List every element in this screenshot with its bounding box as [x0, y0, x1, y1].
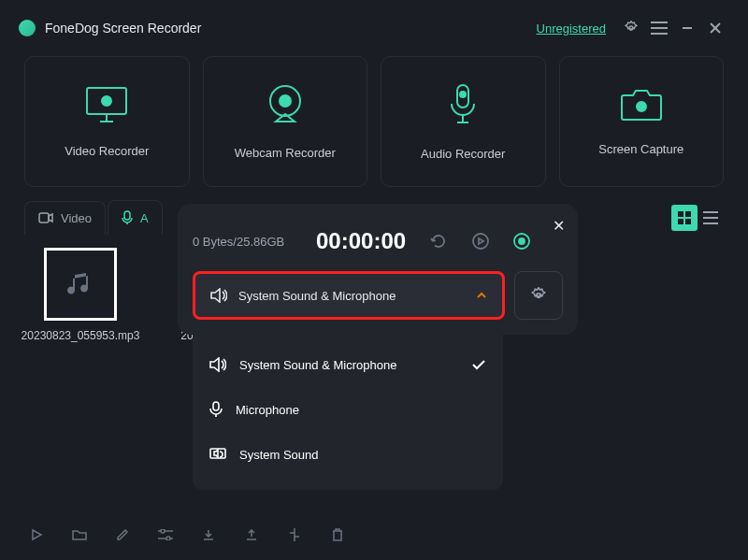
record-icon[interactable]	[512, 232, 542, 251]
recording-panel: ✕ 0 Bytes/25.86GB 00:00:00 System Sound …	[178, 204, 578, 335]
list-view-button[interactable]	[698, 205, 724, 231]
tab-audio[interactable]: A	[108, 200, 163, 235]
bottom-toolbar	[24, 523, 350, 547]
mode-label: Audio Recorder	[421, 147, 505, 161]
video-recorder-mode[interactable]: Video Recorder	[24, 56, 190, 187]
webcam-recorder-mode[interactable]: Webcam Recorder	[203, 56, 368, 187]
svg-rect-19	[124, 211, 130, 220]
webcam-icon	[265, 84, 306, 125]
screen-capture-mode[interactable]: Screen Capture	[559, 56, 725, 187]
folder-icon[interactable]	[67, 523, 92, 547]
svg-point-17	[637, 102, 646, 111]
system-sound-icon	[209, 448, 226, 461]
option-system-sound[interactable]: System Sound	[193, 432, 503, 477]
delete-icon[interactable]	[325, 523, 350, 547]
registration-link[interactable]: Unregistered	[537, 22, 606, 36]
svg-rect-23	[678, 219, 683, 224]
svg-point-14	[460, 92, 466, 97]
grid-view-button[interactable]	[671, 205, 698, 231]
mode-label: Screen Capture	[598, 142, 683, 156]
microphone-icon	[448, 83, 478, 126]
app-logo-icon	[19, 20, 36, 36]
close-button[interactable]	[701, 14, 729, 42]
svg-point-8	[102, 96, 111, 106]
file-item[interactable]: 20230823_055953.mp3	[24, 248, 137, 344]
camera-icon	[620, 88, 663, 122]
selected-option: System Sound & Microphone	[238, 289, 465, 303]
option-label: System Sound	[239, 448, 486, 462]
mode-grid: Video Recorder Webcam Recorder Audio Rec…	[0, 56, 748, 187]
option-label: Microphone	[236, 403, 486, 417]
file-name: 20230823_055953.mp3	[22, 328, 140, 344]
audio-source-menu: System Sound & Microphone Microphone Sys…	[193, 335, 503, 490]
app-title: FoneDog Screen Recorder	[45, 21, 537, 36]
option-system-and-mic[interactable]: System Sound & Microphone	[193, 342, 503, 387]
svg-point-35	[519, 238, 525, 244]
export-icon[interactable]	[239, 523, 264, 547]
svg-rect-18	[39, 213, 49, 223]
svg-rect-24	[685, 219, 691, 224]
option-label: System Sound & Microphone	[239, 358, 458, 372]
play-icon[interactable]	[24, 523, 49, 547]
svg-rect-21	[678, 211, 683, 217]
mode-label: Webcam Recorder	[235, 146, 336, 160]
tab-label: Video	[61, 211, 92, 225]
import-icon[interactable]	[196, 523, 221, 547]
recording-size: 0 Bytes/25.86GB	[193, 235, 305, 249]
audio-source-dropdown[interactable]: System Sound & Microphone	[193, 271, 505, 320]
mode-label: Video Recorder	[65, 144, 149, 158]
svg-point-12	[280, 95, 291, 107]
svg-point-33	[473, 234, 488, 249]
convert-icon[interactable]	[282, 523, 307, 547]
svg-rect-37	[213, 402, 219, 410]
chevron-up-icon	[476, 292, 487, 299]
menu-icon[interactable]	[645, 14, 673, 42]
audio-recorder-mode[interactable]: Audio Recorder	[381, 56, 546, 187]
svg-point-29	[161, 529, 165, 533]
tab-video[interactable]: Video	[24, 201, 106, 235]
tab-label: A	[140, 211, 149, 225]
monitor-icon	[85, 86, 128, 123]
speaker-icon	[210, 288, 227, 303]
speaker-icon	[209, 357, 226, 372]
minimize-button[interactable]	[673, 14, 701, 42]
recording-time: 00:00:00	[316, 228, 419, 254]
audio-settings-button[interactable]	[514, 271, 563, 320]
titlebar: FoneDog Screen Recorder Unregistered	[0, 0, 748, 56]
adjust-icon[interactable]	[153, 523, 178, 547]
undo-icon[interactable]	[430, 233, 460, 250]
close-icon[interactable]: ✕	[553, 217, 565, 235]
check-icon	[471, 359, 486, 370]
microphone-icon	[209, 401, 223, 418]
audio-file-icon	[44, 248, 117, 321]
edit-icon[interactable]	[110, 523, 135, 547]
option-microphone[interactable]: Microphone	[193, 387, 503, 432]
svg-rect-22	[685, 211, 691, 217]
play-circle-icon[interactable]	[471, 232, 501, 251]
svg-point-31	[166, 537, 170, 540]
settings-gear-icon[interactable]	[617, 14, 645, 42]
